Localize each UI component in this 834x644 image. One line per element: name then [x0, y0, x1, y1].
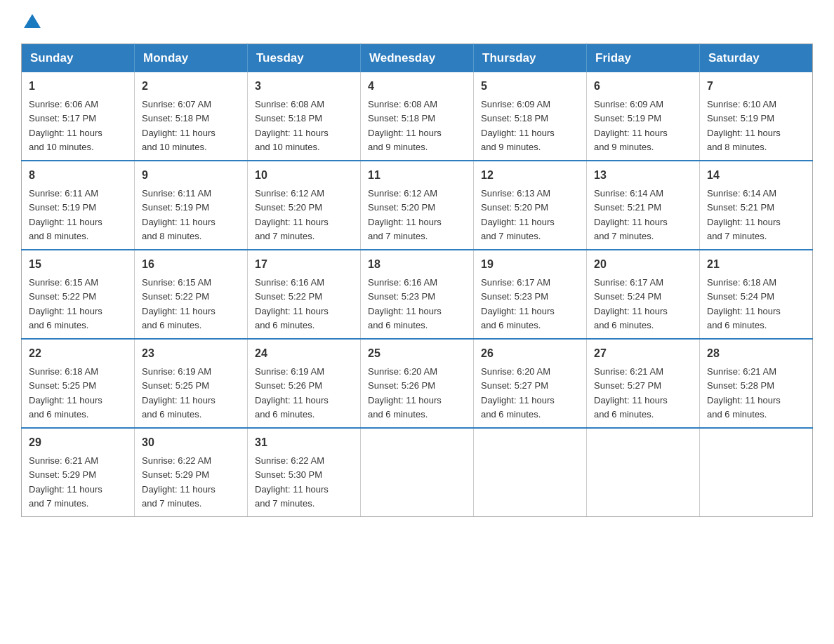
day-number: 5: [481, 78, 579, 95]
day-info: Sunrise: 6:19 AMSunset: 5:26 PMDaylight:…: [255, 366, 329, 420]
day-number: 30: [142, 434, 240, 451]
calendar-cell: 9 Sunrise: 6:11 AMSunset: 5:19 PMDayligh…: [135, 161, 248, 250]
day-info: Sunrise: 6:11 AMSunset: 5:19 PMDaylight:…: [142, 188, 216, 241]
day-info: Sunrise: 6:21 AMSunset: 5:28 PMDaylight:…: [707, 366, 781, 420]
day-info: Sunrise: 6:11 AMSunset: 5:19 PMDaylight:…: [29, 188, 102, 241]
day-number: 14: [707, 167, 805, 184]
calendar-cell: 3 Sunrise: 6:08 AMSunset: 5:18 PMDayligh…: [248, 72, 361, 161]
day-info: Sunrise: 6:08 AMSunset: 5:18 PMDaylight:…: [255, 99, 329, 152]
day-number: 16: [142, 256, 240, 273]
day-info: Sunrise: 6:13 AMSunset: 5:20 PMDaylight:…: [481, 188, 555, 241]
day-info: Sunrise: 6:22 AMSunset: 5:30 PMDaylight:…: [255, 455, 329, 509]
day-info: Sunrise: 6:17 AMSunset: 5:23 PMDaylight:…: [481, 277, 555, 330]
calendar-cell: 21 Sunrise: 6:18 AMSunset: 5:24 PMDaylig…: [700, 250, 813, 339]
day-info: Sunrise: 6:12 AMSunset: 5:20 PMDaylight:…: [255, 188, 329, 241]
logo-triangle-icon: [24, 14, 41, 28]
day-number: 10: [255, 167, 353, 184]
calendar-cell: 10 Sunrise: 6:12 AMSunset: 5:20 PMDaylig…: [248, 161, 361, 250]
header-friday: Friday: [587, 44, 700, 73]
calendar-cell: 11 Sunrise: 6:12 AMSunset: 5:20 PMDaylig…: [361, 161, 474, 250]
day-number: 7: [707, 78, 805, 95]
calendar-cell: 28 Sunrise: 6:21 AMSunset: 5:28 PMDaylig…: [700, 339, 813, 428]
day-number: 23: [142, 345, 240, 362]
day-number: 24: [255, 345, 353, 362]
header-thursday: Thursday: [474, 44, 587, 73]
day-number: 2: [142, 78, 240, 95]
day-number: 20: [594, 256, 692, 273]
header-tuesday: Tuesday: [248, 44, 361, 73]
day-info: Sunrise: 6:08 AMSunset: 5:18 PMDaylight:…: [368, 99, 442, 152]
calendar-cell: 5 Sunrise: 6:09 AMSunset: 5:18 PMDayligh…: [474, 72, 587, 161]
day-info: Sunrise: 6:20 AMSunset: 5:26 PMDaylight:…: [368, 366, 442, 420]
day-number: 12: [481, 167, 579, 184]
day-number: 27: [594, 345, 692, 362]
calendar-cell: 19 Sunrise: 6:17 AMSunset: 5:23 PMDaylig…: [474, 250, 587, 339]
calendar-cell: 26 Sunrise: 6:20 AMSunset: 5:27 PMDaylig…: [474, 339, 587, 428]
day-info: Sunrise: 6:09 AMSunset: 5:18 PMDaylight:…: [481, 99, 555, 152]
day-info: Sunrise: 6:10 AMSunset: 5:19 PMDaylight:…: [707, 99, 781, 152]
day-number: 18: [368, 256, 466, 273]
calendar-week-row: 15 Sunrise: 6:15 AMSunset: 5:22 PMDaylig…: [22, 250, 813, 339]
day-number: 25: [368, 345, 466, 362]
day-number: 31: [255, 434, 353, 451]
day-info: Sunrise: 6:06 AMSunset: 5:17 PMDaylight:…: [29, 99, 102, 152]
calendar-cell: 29 Sunrise: 6:21 AMSunset: 5:29 PMDaylig…: [22, 428, 135, 517]
calendar-cell: 7 Sunrise: 6:10 AMSunset: 5:19 PMDayligh…: [700, 72, 813, 161]
header-wednesday: Wednesday: [361, 44, 474, 73]
day-number: 11: [368, 167, 466, 184]
header-sunday: Sunday: [22, 44, 135, 73]
calendar-cell: 1 Sunrise: 6:06 AMSunset: 5:17 PMDayligh…: [22, 72, 135, 161]
calendar-week-row: 29 Sunrise: 6:21 AMSunset: 5:29 PMDaylig…: [22, 428, 813, 517]
day-number: 17: [255, 256, 353, 273]
day-info: Sunrise: 6:20 AMSunset: 5:27 PMDaylight:…: [481, 366, 555, 420]
calendar-cell: 6 Sunrise: 6:09 AMSunset: 5:19 PMDayligh…: [587, 72, 700, 161]
calendar-cell: 25 Sunrise: 6:20 AMSunset: 5:26 PMDaylig…: [361, 339, 474, 428]
calendar-cell: 2 Sunrise: 6:07 AMSunset: 5:18 PMDayligh…: [135, 72, 248, 161]
calendar-cell: 12 Sunrise: 6:13 AMSunset: 5:20 PMDaylig…: [474, 161, 587, 250]
calendar-cell: 24 Sunrise: 6:19 AMSunset: 5:26 PMDaylig…: [248, 339, 361, 428]
day-number: 28: [707, 345, 805, 362]
day-info: Sunrise: 6:14 AMSunset: 5:21 PMDaylight:…: [594, 188, 668, 241]
day-number: 8: [29, 167, 127, 184]
day-info: Sunrise: 6:18 AMSunset: 5:25 PMDaylight:…: [29, 366, 102, 420]
day-number: 21: [707, 256, 805, 273]
day-info: Sunrise: 6:14 AMSunset: 5:21 PMDaylight:…: [707, 188, 781, 241]
day-info: Sunrise: 6:12 AMSunset: 5:20 PMDaylight:…: [368, 188, 442, 241]
logo-blue-text: [21, 14, 41, 29]
calendar-week-row: 1 Sunrise: 6:06 AMSunset: 5:17 PMDayligh…: [22, 72, 813, 161]
day-number: 3: [255, 78, 353, 95]
calendar-cell: 13 Sunrise: 6:14 AMSunset: 5:21 PMDaylig…: [587, 161, 700, 250]
calendar-cell: [587, 428, 700, 517]
page-header: [21, 14, 813, 29]
calendar-cell: 8 Sunrise: 6:11 AMSunset: 5:19 PMDayligh…: [22, 161, 135, 250]
calendar-cell: [700, 428, 813, 517]
calendar-cell: 15 Sunrise: 6:15 AMSunset: 5:22 PMDaylig…: [22, 250, 135, 339]
calendar-cell: 17 Sunrise: 6:16 AMSunset: 5:22 PMDaylig…: [248, 250, 361, 339]
calendar-cell: [361, 428, 474, 517]
day-info: Sunrise: 6:17 AMSunset: 5:24 PMDaylight:…: [594, 277, 668, 330]
calendar-cell: 16 Sunrise: 6:15 AMSunset: 5:22 PMDaylig…: [135, 250, 248, 339]
calendar-cell: 20 Sunrise: 6:17 AMSunset: 5:24 PMDaylig…: [587, 250, 700, 339]
calendar-week-row: 8 Sunrise: 6:11 AMSunset: 5:19 PMDayligh…: [22, 161, 813, 250]
day-number: 29: [29, 434, 127, 451]
calendar-week-row: 22 Sunrise: 6:18 AMSunset: 5:25 PMDaylig…: [22, 339, 813, 428]
calendar-header-row: SundayMondayTuesdayWednesdayThursdayFrid…: [22, 44, 813, 73]
calendar-cell: 30 Sunrise: 6:22 AMSunset: 5:29 PMDaylig…: [135, 428, 248, 517]
day-info: Sunrise: 6:18 AMSunset: 5:24 PMDaylight:…: [707, 277, 781, 330]
day-number: 15: [29, 256, 127, 273]
header-monday: Monday: [135, 44, 248, 73]
day-number: 6: [594, 78, 692, 95]
day-number: 1: [29, 78, 127, 95]
calendar-cell: 14 Sunrise: 6:14 AMSunset: 5:21 PMDaylig…: [700, 161, 813, 250]
day-info: Sunrise: 6:15 AMSunset: 5:22 PMDaylight:…: [29, 277, 102, 330]
day-info: Sunrise: 6:19 AMSunset: 5:25 PMDaylight:…: [142, 366, 216, 420]
day-info: Sunrise: 6:07 AMSunset: 5:18 PMDaylight:…: [142, 99, 216, 152]
calendar-cell: 4 Sunrise: 6:08 AMSunset: 5:18 PMDayligh…: [361, 72, 474, 161]
calendar-cell: [474, 428, 587, 517]
day-info: Sunrise: 6:15 AMSunset: 5:22 PMDaylight:…: [142, 277, 216, 330]
day-info: Sunrise: 6:21 AMSunset: 5:27 PMDaylight:…: [594, 366, 668, 420]
day-number: 13: [594, 167, 692, 184]
day-info: Sunrise: 6:16 AMSunset: 5:23 PMDaylight:…: [368, 277, 442, 330]
calendar-cell: 31 Sunrise: 6:22 AMSunset: 5:30 PMDaylig…: [248, 428, 361, 517]
calendar-table: SundayMondayTuesdayWednesdayThursdayFrid…: [21, 43, 813, 517]
